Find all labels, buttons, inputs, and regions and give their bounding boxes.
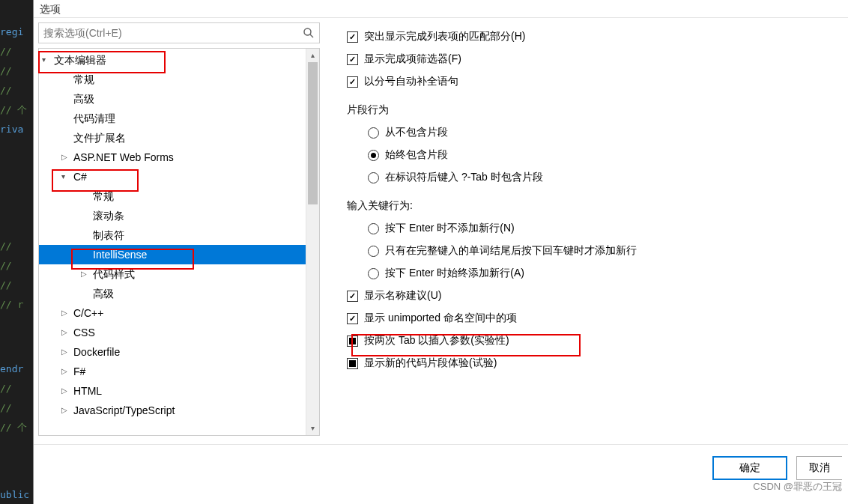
right-pane: 突出显示完成列表项的匹配部分(H)显示完成项筛选器(F)以分号自动补全语句 片段… xyxy=(324,18,848,440)
tree-item-intellisense[interactable]: IntelliSense xyxy=(39,245,306,264)
tree-item-label: ASP.NET Web Forms xyxy=(73,151,174,163)
tree-item-label: 高级 xyxy=(73,93,94,105)
tree-item-javascript-typescript[interactable]: ▷JavaScript/TypeScript xyxy=(39,401,306,420)
top-check-row[interactable]: 突出显示完成列表项的匹配部分(H) xyxy=(347,25,839,48)
tree-item-label: HTML xyxy=(73,385,102,397)
code-line: // xyxy=(0,237,33,256)
tree-item-asp-net-web-forms[interactable]: ▷ASP.NET Web Forms xyxy=(39,148,306,167)
expander-icon[interactable]: ▷ xyxy=(61,303,70,323)
code-line: // xyxy=(0,42,33,61)
top-check-label: 突出显示完成列表项的匹配部分(H) xyxy=(364,30,525,43)
code-line: // xyxy=(0,256,33,276)
code-line: // 个 xyxy=(0,100,33,120)
left-pane: ▾文本编辑器常规高级代码清理文件扩展名▷ASP.NET Web Forms▾C#… xyxy=(34,18,324,440)
tree-item-label: F# xyxy=(73,365,85,377)
tree-item-label: 代码清理 xyxy=(73,112,115,124)
bottom-check-row[interactable]: 按两次 Tab 以插入参数(实验性) xyxy=(347,330,839,352)
checkbox-icon[interactable] xyxy=(347,291,358,302)
expander-icon[interactable]: ▾ xyxy=(61,167,70,186)
code-line: // 个 xyxy=(0,418,33,437)
top-check-label: 以分号自动补全语句 xyxy=(364,75,458,88)
checkbox-icon[interactable] xyxy=(347,336,358,347)
tree-item-label: 高级 xyxy=(93,288,114,300)
radio-icon[interactable] xyxy=(368,246,379,257)
checkbox-icon[interactable] xyxy=(347,76,358,88)
snippet-radio-row[interactable]: 在标识符后键入 ?-Tab 时包含片段 xyxy=(347,166,839,189)
bottom-check-row[interactable]: 显示名称建议(U) xyxy=(347,285,839,307)
snippet-radio-row[interactable]: 从不包含片段 xyxy=(347,121,839,144)
tree-item-label: C# xyxy=(73,171,87,183)
radio-icon[interactable] xyxy=(368,127,379,139)
tree-item-css[interactable]: ▷CSS xyxy=(39,323,306,342)
cancel-button[interactable]: 取消 xyxy=(796,456,842,480)
svg-point-0 xyxy=(304,28,311,35)
tree-item--[interactable]: 常规 xyxy=(39,186,306,206)
tree-item--[interactable]: 代码清理 xyxy=(39,109,306,128)
expander-icon[interactable]: ▷ xyxy=(61,323,70,342)
radio-icon[interactable] xyxy=(368,268,379,279)
top-check-row[interactable]: 显示完成项筛选器(F) xyxy=(347,48,839,70)
tree-item-label: 文本编辑器 xyxy=(54,54,106,66)
code-line: // xyxy=(0,61,33,81)
svg-line-1 xyxy=(310,34,313,37)
bottom-check-row[interactable]: 显示新的代码片段体验(试验) xyxy=(347,352,839,374)
tree-item--[interactable]: 高级 xyxy=(39,89,306,109)
tree-item--[interactable]: 常规 xyxy=(39,70,306,89)
snippet-radio-row[interactable]: 始终包含片段 xyxy=(347,144,839,166)
tree-item--[interactable]: 高级 xyxy=(39,284,306,303)
tree-item--[interactable]: ▾文本编辑器 xyxy=(39,50,306,70)
bottom-check-label: 显示 unimported 命名空间中的项 xyxy=(364,312,517,325)
expander-icon[interactable]: ▷ xyxy=(61,401,70,420)
tree-item--[interactable]: 滚动条 xyxy=(39,206,306,225)
bottom-check-label: 按两次 Tab 以插入参数(实验性) xyxy=(364,334,509,347)
expander-icon[interactable]: ▷ xyxy=(61,362,70,381)
tree-wrap: ▾文本编辑器常规高级代码清理文件扩展名▷ASP.NET Web Forms▾C#… xyxy=(38,48,320,436)
enter-radio-row[interactable]: 按下 Enter 时始终添加新行(A) xyxy=(347,262,839,285)
checkbox-icon[interactable] xyxy=(347,54,358,65)
ok-button[interactable]: 确定 xyxy=(712,456,787,480)
tree-item-html[interactable]: ▷HTML xyxy=(39,381,306,401)
enter-radio-row[interactable]: 按下 Enter 时不添加新行(N) xyxy=(347,217,839,240)
options-tree[interactable]: ▾文本编辑器常规高级代码清理文件扩展名▷ASP.NET Web Forms▾C#… xyxy=(39,49,306,435)
enter-radio-label: 按下 Enter 时不添加新行(N) xyxy=(385,222,515,235)
top-check-row[interactable]: 以分号自动补全语句 xyxy=(347,70,839,93)
scrollbar[interactable]: ▴ ▾ xyxy=(306,49,319,435)
checkbox-icon[interactable] xyxy=(347,31,358,43)
section-header-enter: 输入关键行为: xyxy=(347,195,839,217)
tree-item-c-[interactable]: ▾C# xyxy=(39,167,306,186)
code-line: // r xyxy=(0,295,33,315)
tree-item-dockerfile[interactable]: ▷Dockerfile xyxy=(39,342,306,362)
checkbox-icon[interactable] xyxy=(347,313,358,324)
radio-icon[interactable] xyxy=(368,150,379,161)
expander-icon[interactable]: ▷ xyxy=(61,148,70,167)
expander-icon[interactable]: ▷ xyxy=(61,381,70,401)
search-input[interactable] xyxy=(43,27,303,39)
checkbox-icon[interactable] xyxy=(347,358,358,369)
radio-icon[interactable] xyxy=(368,172,379,183)
tree-item--[interactable]: 制表符 xyxy=(39,225,306,245)
tree-item--[interactable]: ▷代码样式 xyxy=(39,264,306,284)
watermark: CSDN @罪恶の王冠 xyxy=(753,480,842,494)
tree-item-label: Dockerfile xyxy=(73,346,120,358)
section-header-snippet: 片段行为 xyxy=(347,99,839,121)
radio-icon[interactable] xyxy=(368,223,379,234)
dialog-title: 选项 xyxy=(34,0,848,18)
tree-item-f-[interactable]: ▷F# xyxy=(39,362,306,381)
dialog-body: ▾文本编辑器常规高级代码清理文件扩展名▷ASP.NET Web Forms▾C#… xyxy=(34,18,848,440)
scroll-down-icon[interactable]: ▾ xyxy=(306,422,319,435)
code-line: // xyxy=(0,276,33,295)
search-wrap[interactable] xyxy=(38,22,320,43)
code-line: riva xyxy=(0,120,33,139)
tree-item-label: JavaScript/TypeScript xyxy=(73,404,175,416)
tree-item-c-c-[interactable]: ▷C/C++ xyxy=(39,303,306,323)
tree-item--[interactable]: 文件扩展名 xyxy=(39,128,306,148)
enter-radio-row[interactable]: 只有在完整键入的单词结尾后按下回车键时才添加新行 xyxy=(347,240,839,262)
tree-item-label: IntelliSense xyxy=(93,249,147,261)
scroll-thumb[interactable] xyxy=(308,62,318,204)
expander-icon[interactable]: ▾ xyxy=(42,50,51,70)
expander-icon[interactable]: ▷ xyxy=(61,342,70,362)
scroll-up-icon[interactable]: ▴ xyxy=(306,49,319,62)
bottom-check-label: 显示新的代码片段体验(试验) xyxy=(364,356,497,370)
expander-icon[interactable]: ▷ xyxy=(81,264,90,284)
bottom-check-row[interactable]: 显示 unimported 命名空间中的项 xyxy=(347,307,839,330)
